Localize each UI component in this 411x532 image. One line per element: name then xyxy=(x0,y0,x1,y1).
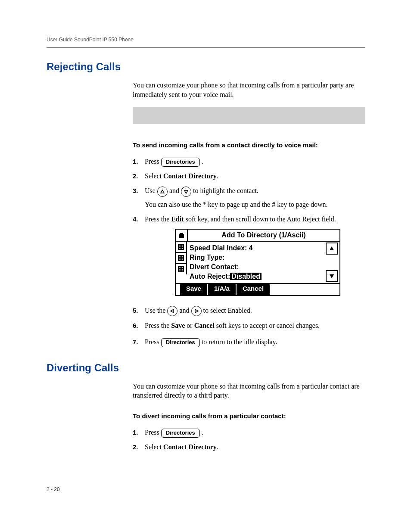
svg-marker-34 xyxy=(330,246,334,250)
svg-point-20 xyxy=(182,258,183,258)
directories-key[interactable]: Directories xyxy=(161,338,200,347)
lcd-line: Auto Reject:Disabled xyxy=(190,272,322,281)
softkey-save[interactable]: Save xyxy=(180,284,207,295)
step-number: 1. xyxy=(133,427,145,438)
text: to highlight the contact. xyxy=(193,187,258,194)
lcd-highlighted-value: Disabled xyxy=(230,273,262,280)
arrow-left-icon[interactable] xyxy=(167,306,177,316)
keypad-icon xyxy=(176,264,187,274)
step-6: Press the Save or Cancel soft keys to ac… xyxy=(145,320,365,331)
bold-text: Contact Directory xyxy=(163,172,217,180)
step-3: Use and to highlight the contact. You ca… xyxy=(145,186,365,209)
svg-point-12 xyxy=(181,248,181,249)
text: Select xyxy=(145,443,163,451)
bold-text: Cancel xyxy=(194,322,215,329)
running-header: User Guide SoundPoint IP 550 Phone xyxy=(47,37,365,43)
bold-text: Edit xyxy=(171,215,184,223)
text: . xyxy=(202,429,203,436)
text: Use xyxy=(145,187,157,194)
text: Press xyxy=(145,158,161,165)
svg-marker-1 xyxy=(184,190,188,193)
text: to select Enabled. xyxy=(203,307,252,314)
lcd-softkeys: Save 1/A/a Cancel xyxy=(176,284,339,295)
svg-point-26 xyxy=(181,267,181,268)
arrow-up-icon[interactable] xyxy=(157,187,168,197)
svg-point-13 xyxy=(182,248,183,249)
text: . xyxy=(202,158,203,165)
text: soft keys to accept or cancel changes. xyxy=(215,322,320,329)
svg-point-6 xyxy=(181,245,181,246)
svg-point-22 xyxy=(181,259,181,260)
svg-point-16 xyxy=(181,256,181,257)
scroll-up-icon[interactable] xyxy=(326,243,338,255)
softkey-cancel[interactable]: Cancel xyxy=(237,284,270,295)
lcd-title: Add To Directory (1/Ascii) xyxy=(188,230,339,241)
text: Press the xyxy=(145,322,171,329)
text: to return to the idle display. xyxy=(202,338,277,345)
page-number: 2 - 20 xyxy=(47,486,60,492)
bold-text: Contact Directory xyxy=(163,443,217,451)
svg-point-25 xyxy=(179,267,180,268)
svg-point-10 xyxy=(182,246,183,247)
step-3-note: You can also use the * key to page up an… xyxy=(145,199,365,210)
step-number: 4. xyxy=(133,214,145,224)
arrow-down-icon[interactable] xyxy=(181,187,191,197)
svg-marker-0 xyxy=(161,190,164,193)
step-number: 3. xyxy=(133,186,145,196)
step-number: 7. xyxy=(133,337,145,347)
text: Press xyxy=(145,429,161,436)
lcd-line: Divert Contact: xyxy=(190,262,322,272)
svg-marker-37 xyxy=(195,309,198,313)
svg-point-7 xyxy=(182,245,183,246)
step-4: Press the Edit soft key, and then scroll… xyxy=(145,214,365,301)
svg-point-9 xyxy=(181,246,181,247)
procedure-title-1: To send incoming calls from a contact di… xyxy=(133,141,365,149)
procedure-title-2: To divert incoming calls from a particul… xyxy=(133,412,365,420)
svg-point-29 xyxy=(181,269,181,270)
note-bar xyxy=(133,107,365,124)
svg-point-21 xyxy=(179,259,180,260)
text: Press xyxy=(145,338,161,345)
svg-point-8 xyxy=(179,246,180,247)
svg-point-30 xyxy=(182,269,183,270)
header-rule xyxy=(47,47,365,48)
directories-key[interactable]: Directories xyxy=(161,429,200,438)
text: and xyxy=(179,307,191,314)
svg-point-32 xyxy=(181,271,181,271)
svg-rect-3 xyxy=(180,233,183,234)
text: Use the xyxy=(145,307,167,314)
lcd-corner-icon xyxy=(176,230,188,241)
step-1: Press Directories . xyxy=(145,156,365,167)
step-number: 6. xyxy=(133,320,145,331)
svg-point-33 xyxy=(182,271,183,271)
text: or xyxy=(185,322,194,329)
directories-key[interactable]: Directories xyxy=(161,158,200,167)
svg-marker-36 xyxy=(171,309,174,313)
lcd-line: Speed Dial Index: 4 xyxy=(190,243,322,253)
step-2b: Select Contact Directory. xyxy=(145,442,365,452)
arrow-right-icon[interactable] xyxy=(191,306,202,316)
intro-paragraph-1: You can customize your phone so that inc… xyxy=(133,81,365,99)
svg-marker-35 xyxy=(330,274,334,278)
lcd-scrollbar xyxy=(325,242,339,283)
svg-point-17 xyxy=(182,256,183,257)
phone-lcd-screenshot: Add To Directory (1/Ascii) Speed Dial In… xyxy=(175,229,340,296)
heading-diverting-calls: Diverting Calls xyxy=(47,362,365,374)
svg-rect-2 xyxy=(179,234,184,238)
svg-point-15 xyxy=(179,256,180,257)
step-number: 1. xyxy=(133,156,145,167)
scroll-down-icon[interactable] xyxy=(326,270,338,282)
step-7: Press Directories to return to the idle … xyxy=(145,337,365,347)
softkey-mode[interactable]: 1/A/a xyxy=(208,284,236,295)
svg-point-31 xyxy=(179,271,180,271)
heading-rejecting-calls: Rejecting Calls xyxy=(47,61,365,73)
step-5: Use the and to select Enabled. xyxy=(145,305,365,316)
text: soft key, and then scroll down to the Au… xyxy=(184,215,336,223)
svg-point-19 xyxy=(181,258,181,258)
keypad-icon xyxy=(176,242,187,253)
text: and xyxy=(169,187,181,194)
lcd-content: Speed Dial Index: 4 Ring Type: Divert Co… xyxy=(187,242,325,283)
lcd-line: Ring Type: xyxy=(190,253,322,262)
step-1b: Press Directories . xyxy=(145,427,365,438)
step-2: Select Contact Directory. xyxy=(145,171,365,181)
